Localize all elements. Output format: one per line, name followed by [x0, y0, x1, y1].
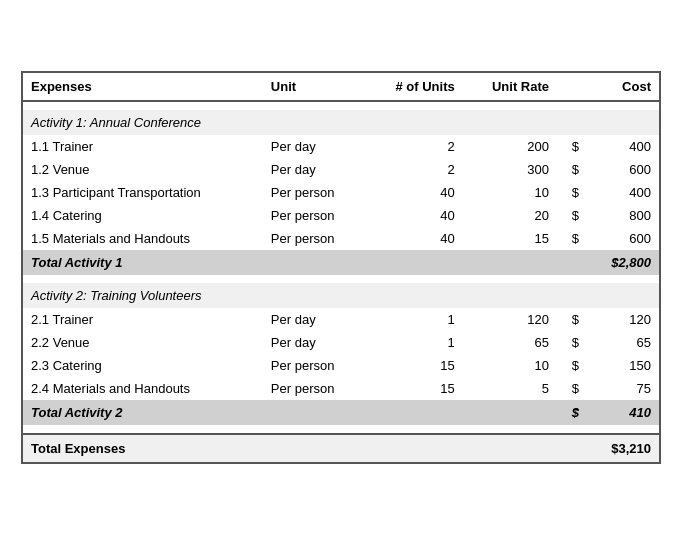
unit-rate-value: 15 [463, 227, 557, 250]
unit-rate-value: 10 [463, 354, 557, 377]
dollar-sign: $ [557, 158, 587, 181]
num-units-value: 40 [366, 181, 463, 204]
table-row: 2.3 Catering Per person 15 10 $ 150 [23, 354, 659, 377]
expense-label: 2.4 Materials and Handouts [23, 377, 263, 400]
grand-total-cost: $3,210 [587, 434, 659, 462]
unit-value: Per day [263, 331, 366, 354]
unit-value: Per person [263, 227, 366, 250]
activity1-header: Activity 1: Annual Conference [23, 110, 659, 135]
unit-rate-value: 20 [463, 204, 557, 227]
expense-label: 1.1 Trainer [23, 135, 263, 158]
activity1-header-row: Activity 1: Annual Conference [23, 110, 659, 135]
cost-value: 600 [587, 158, 659, 181]
header-cost: Cost [557, 73, 659, 101]
activity1-total-label: Total Activity 1 [23, 250, 587, 275]
table-header-row: Expenses Unit # of Units Unit Rate Cost [23, 73, 659, 101]
num-units-value: 2 [366, 158, 463, 181]
unit-value: Per person [263, 181, 366, 204]
table-row: 1.5 Materials and Handouts Per person 40… [23, 227, 659, 250]
unit-rate-value: 300 [463, 158, 557, 181]
num-units-value: 1 [366, 331, 463, 354]
cost-value: 600 [587, 227, 659, 250]
header-expenses: Expenses [23, 73, 263, 101]
unit-rate-value: 120 [463, 308, 557, 331]
grand-total-label: Total Expenses [23, 434, 587, 462]
expense-label: 1.2 Venue [23, 158, 263, 181]
table-row: 2.4 Materials and Handouts Per person 15… [23, 377, 659, 400]
unit-rate-value: 10 [463, 181, 557, 204]
unit-rate-value: 5 [463, 377, 557, 400]
unit-rate-value: 65 [463, 331, 557, 354]
table-row: 1.4 Catering Per person 40 20 $ 800 [23, 204, 659, 227]
cost-value: 400 [587, 135, 659, 158]
expense-label: 2.3 Catering [23, 354, 263, 377]
unit-value: Per person [263, 354, 366, 377]
activity2-total-label: Total Activity 2 [23, 400, 557, 425]
unit-value: Per person [263, 204, 366, 227]
grand-total-row: Total Expenses $3,210 [23, 434, 659, 462]
dollar-sign: $ [557, 331, 587, 354]
dollar-sign: $ [557, 377, 587, 400]
expense-label: 2.2 Venue [23, 331, 263, 354]
cost-value: 800 [587, 204, 659, 227]
expense-label: 1.4 Catering [23, 204, 263, 227]
unit-value: Per day [263, 158, 366, 181]
activity1-total-cost: $2,800 [587, 250, 659, 275]
table-row: 2.1 Trainer Per day 1 120 $ 120 [23, 308, 659, 331]
header-unit: Unit [263, 73, 366, 101]
expenses-table: Expenses Unit # of Units Unit Rate Cost … [21, 71, 661, 464]
spacer-top [23, 101, 659, 110]
table-row: 2.2 Venue Per day 1 65 $ 65 [23, 331, 659, 354]
activity2-total-dollar: $ [557, 400, 587, 425]
activity2-total-row: Total Activity 2 $ 410 [23, 400, 659, 425]
num-units-value: 2 [366, 135, 463, 158]
dollar-sign: $ [557, 354, 587, 377]
dollar-sign: $ [557, 308, 587, 331]
spacer-bottom [23, 425, 659, 434]
cost-value: 65 [587, 331, 659, 354]
activity2-total-cost: 410 [587, 400, 659, 425]
unit-value: Per day [263, 135, 366, 158]
dollar-sign: $ [557, 181, 587, 204]
dollar-sign: $ [557, 227, 587, 250]
cost-value: 150 [587, 354, 659, 377]
cost-value: 400 [587, 181, 659, 204]
num-units-value: 40 [366, 204, 463, 227]
activity2-header-row: Activity 2: Training Volunteers [23, 283, 659, 308]
dollar-sign: $ [557, 204, 587, 227]
unit-value: Per person [263, 377, 366, 400]
spacer-middle [23, 275, 659, 283]
table-row: 1.2 Venue Per day 2 300 $ 600 [23, 158, 659, 181]
table-row: 1.3 Participant Transportation Per perso… [23, 181, 659, 204]
num-units-value: 15 [366, 377, 463, 400]
activity2-header: Activity 2: Training Volunteers [23, 283, 659, 308]
num-units-value: 40 [366, 227, 463, 250]
activity1-total-row: Total Activity 1 $2,800 [23, 250, 659, 275]
expense-label: 2.1 Trainer [23, 308, 263, 331]
unit-value: Per day [263, 308, 366, 331]
expense-label: 1.5 Materials and Handouts [23, 227, 263, 250]
cost-value: 75 [587, 377, 659, 400]
expense-label: 1.3 Participant Transportation [23, 181, 263, 204]
unit-rate-value: 200 [463, 135, 557, 158]
cost-value: 120 [587, 308, 659, 331]
num-units-value: 1 [366, 308, 463, 331]
num-units-value: 15 [366, 354, 463, 377]
dollar-sign: $ [557, 135, 587, 158]
header-num-units: # of Units [366, 73, 463, 101]
header-unit-rate: Unit Rate [463, 73, 557, 101]
table-row: 1.1 Trainer Per day 2 200 $ 400 [23, 135, 659, 158]
